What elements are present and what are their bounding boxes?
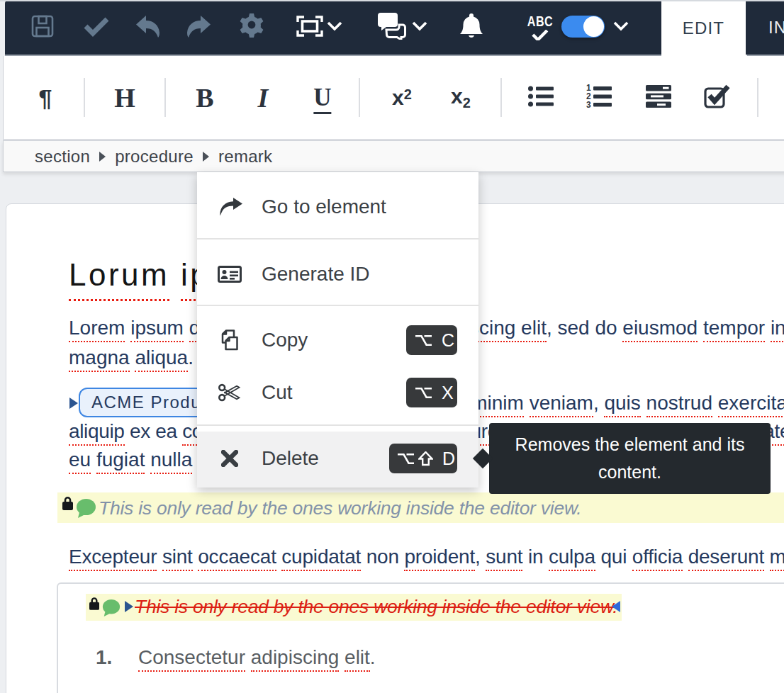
svg-text:3: 3 [586, 100, 591, 108]
